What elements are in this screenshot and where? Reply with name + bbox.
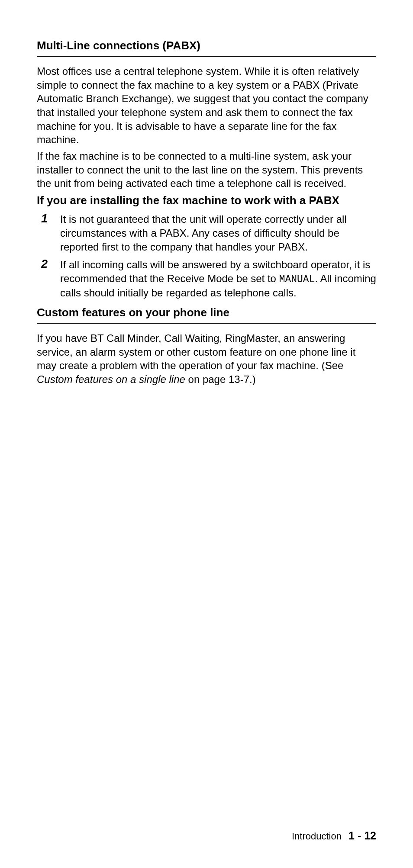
page-footer: Introduction 1 - 12 — [292, 829, 376, 842]
para-multiline-1: Most offices use a central telephone sys… — [37, 64, 376, 147]
footer-section-label: Introduction — [292, 831, 342, 842]
list-number: 1 — [37, 212, 60, 225]
subheading-pabx-install: If you are installing the fax machine to… — [37, 195, 376, 206]
section-heading-custom: Custom features on your phone line — [37, 306, 376, 324]
list-item: 2 If all incoming calls will be answered… — [37, 258, 376, 300]
para-custom-post: on page 13-7.) — [185, 373, 256, 385]
list-text: It is not guaranteed that the unit will … — [60, 212, 376, 254]
para-custom: If you have BT Call Minder, Call Waiting… — [37, 331, 376, 386]
ordered-list-pabx: 1 It is not guaranteed that the unit wil… — [37, 212, 376, 300]
list-item: 1 It is not guaranteed that the unit wil… — [37, 212, 376, 254]
list-number: 2 — [37, 258, 60, 271]
footer-page-number: 1 - 12 — [348, 829, 376, 842]
para-multiline-2: If the fax machine is to be connected to… — [37, 149, 376, 190]
section-heading-multiline: Multi-Line connections (PABX) — [37, 39, 376, 57]
para-custom-italic: Custom features on a single line — [37, 373, 185, 385]
list-text-mono: MANUAL — [279, 274, 315, 285]
para-custom-pre: If you have BT Call Minder, Call Waiting… — [37, 332, 355, 371]
list-text: If all incoming calls will be answered b… — [60, 258, 376, 300]
